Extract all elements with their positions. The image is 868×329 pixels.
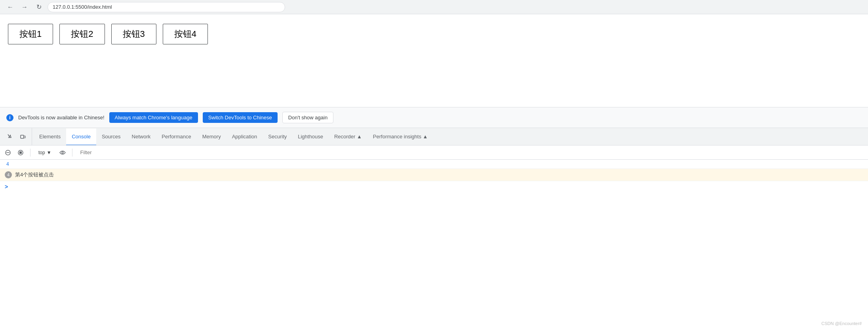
- eye-button[interactable]: [58, 148, 67, 157]
- banner-text: DevTools is now available in Chinese!: [18, 115, 105, 121]
- browser-bar: ← → ↻ 127.0.0.1:5500/index.html: [0, 0, 868, 14]
- console-prompt-row[interactable]: >: [0, 181, 868, 192]
- svg-point-6: [62, 152, 63, 153]
- svg-rect-0: [21, 135, 24, 138]
- page-button-3[interactable]: 按钮3: [111, 24, 156, 44]
- devtools-icon-group: [2, 128, 32, 145]
- dont-show-again-button[interactable]: Don't show again: [282, 112, 333, 123]
- tab-network[interactable]: Network: [126, 128, 156, 145]
- svg-rect-1: [24, 136, 26, 138]
- console-prompt-arrow-icon: >: [5, 184, 8, 190]
- page-content: 按钮1 按钮2 按钮3 按钮4: [0, 14, 868, 101]
- console-count: 4: [6, 161, 9, 167]
- watermark: CSDN @Encounter#: [821, 321, 862, 326]
- console-filter-input[interactable]: [77, 149, 865, 156]
- inspect-element-button[interactable]: [5, 131, 16, 142]
- console-log-row: 4 第4个按钮被点击: [0, 169, 868, 181]
- url-text: 127.0.0.1:5500/index.html: [53, 4, 112, 10]
- context-selector[interactable]: top ▼: [35, 149, 55, 156]
- tab-memory[interactable]: Memory: [197, 128, 227, 145]
- tab-recorder[interactable]: Recorder ▲: [329, 128, 367, 145]
- always-match-language-button[interactable]: Always match Chrome's language: [109, 112, 198, 123]
- info-banner: i DevTools is now available in Chinese! …: [0, 107, 868, 128]
- switch-to-chinese-button[interactable]: Switch DevTools to Chinese: [203, 112, 278, 123]
- tab-lighthouse[interactable]: Lighthouse: [292, 128, 329, 145]
- tab-application[interactable]: Application: [227, 128, 263, 145]
- console-content: 4 4 第4个按钮被点击 >: [0, 160, 868, 329]
- forward-button[interactable]: →: [19, 2, 30, 13]
- reload-button[interactable]: ↻: [33, 2, 44, 13]
- devtools-panel: i DevTools is now available in Chinese! …: [0, 107, 868, 329]
- url-bar[interactable]: 127.0.0.1:5500/index.html: [48, 2, 285, 12]
- toolbar-divider: [30, 149, 30, 157]
- console-log-message: 第4个按钮被点击: [15, 171, 54, 178]
- stop-recording-button[interactable]: [16, 148, 25, 157]
- console-count-row: 4: [0, 160, 868, 169]
- tab-performance-insights[interactable]: Performance insights ▲: [367, 128, 434, 145]
- page-button-1[interactable]: 按钮1: [8, 24, 53, 44]
- console-log-badge: 4: [5, 171, 12, 178]
- tab-performance[interactable]: Performance: [156, 128, 196, 145]
- device-toolbar-button[interactable]: [17, 131, 29, 142]
- devtools-tab-bar: Elements Console Sources Network Perform…: [0, 128, 868, 145]
- svg-rect-5: [19, 151, 22, 154]
- tab-sources[interactable]: Sources: [96, 128, 126, 145]
- page-button-4[interactable]: 按钮4: [163, 24, 208, 44]
- tab-elements[interactable]: Elements: [34, 128, 66, 145]
- tab-console[interactable]: Console: [66, 128, 96, 145]
- clear-console-button[interactable]: [3, 148, 13, 157]
- dropdown-arrow-icon: ▼: [47, 150, 51, 155]
- page-button-2[interactable]: 按钮2: [59, 24, 105, 44]
- back-button[interactable]: ←: [5, 2, 16, 13]
- console-input[interactable]: [10, 184, 863, 190]
- tab-security[interactable]: Security: [263, 128, 292, 145]
- info-icon: i: [6, 114, 13, 121]
- console-toolbar: top ▼: [0, 145, 868, 160]
- toolbar-divider-2: [72, 149, 72, 157]
